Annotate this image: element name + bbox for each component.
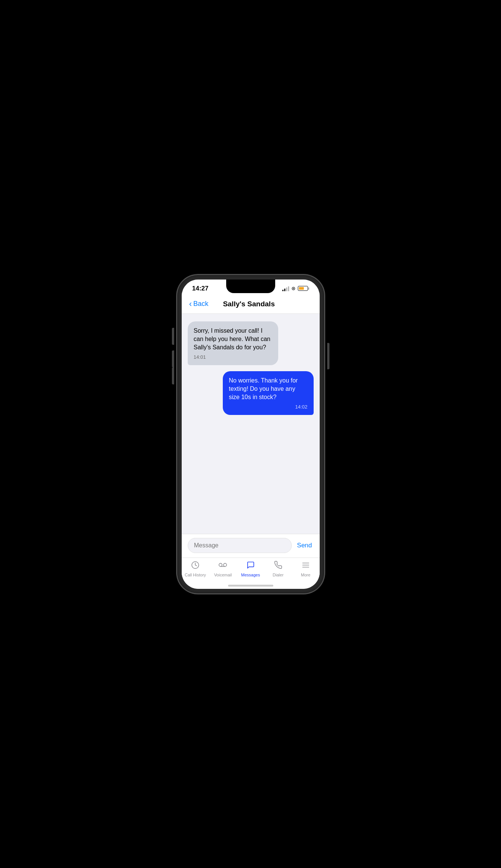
svg-point-2 xyxy=(224,563,227,566)
status-icons: ⊛ xyxy=(282,286,309,291)
message-bubble: Sorry, I missed your call! I can help yo… xyxy=(188,321,278,365)
input-area: Send xyxy=(182,534,320,558)
tab-item-dialer[interactable]: Dialer xyxy=(268,561,289,577)
tab-label-more: More xyxy=(301,573,310,577)
signal-icon xyxy=(282,286,289,291)
status-bar: 14:27 ⊛ xyxy=(182,280,320,295)
notch xyxy=(226,280,275,293)
tab-bar: Call HistoryVoicemailMessagesDialerMore xyxy=(182,558,320,585)
back-button[interactable]: ‹ Back xyxy=(189,299,208,309)
call-history-icon xyxy=(191,561,199,571)
tab-label-call-history: Call History xyxy=(185,573,206,577)
message-text: Sorry, I missed your call! I can help yo… xyxy=(194,327,272,352)
wifi-icon: ⊛ xyxy=(291,286,296,291)
home-indicator-bar xyxy=(228,585,273,587)
message-input[interactable] xyxy=(188,538,292,553)
phone-screen: 14:27 ⊛ ‹ Back Sally's San xyxy=(182,280,320,589)
home-indicator xyxy=(182,585,320,589)
chat-area: Sorry, I missed your call! I can help yo… xyxy=(182,314,320,534)
tab-label-voicemail: Voicemail xyxy=(214,573,232,577)
tab-item-messages[interactable]: Messages xyxy=(240,561,261,577)
nav-title: Sally's Sandals xyxy=(208,300,290,308)
svg-point-1 xyxy=(219,563,222,566)
tab-label-messages: Messages xyxy=(241,573,260,577)
tab-label-dialer: Dialer xyxy=(273,573,283,577)
battery-icon xyxy=(298,286,309,291)
more-icon xyxy=(302,561,310,571)
voicemail-icon xyxy=(219,561,227,571)
back-chevron-icon: ‹ xyxy=(189,299,192,309)
back-label: Back xyxy=(193,300,208,308)
tab-item-voicemail[interactable]: Voicemail xyxy=(212,561,233,577)
nav-bar: ‹ Back Sally's Sandals xyxy=(182,295,320,314)
send-button[interactable]: Send xyxy=(296,542,314,549)
message-time: 14:02 xyxy=(229,404,307,410)
dialer-icon xyxy=(274,561,282,571)
message-text: No worries. Thank you for texting! Do yo… xyxy=(229,376,307,402)
message-bubble: No worries. Thank you for texting! Do yo… xyxy=(223,371,313,415)
status-time: 14:27 xyxy=(192,285,208,292)
tab-item-more[interactable]: More xyxy=(295,561,316,577)
tab-item-call-history[interactable]: Call History xyxy=(185,561,206,577)
message-time: 14:01 xyxy=(194,354,272,360)
messages-icon xyxy=(247,561,255,571)
phone-frame: 14:27 ⊛ ‹ Back Sally's San xyxy=(177,275,324,593)
